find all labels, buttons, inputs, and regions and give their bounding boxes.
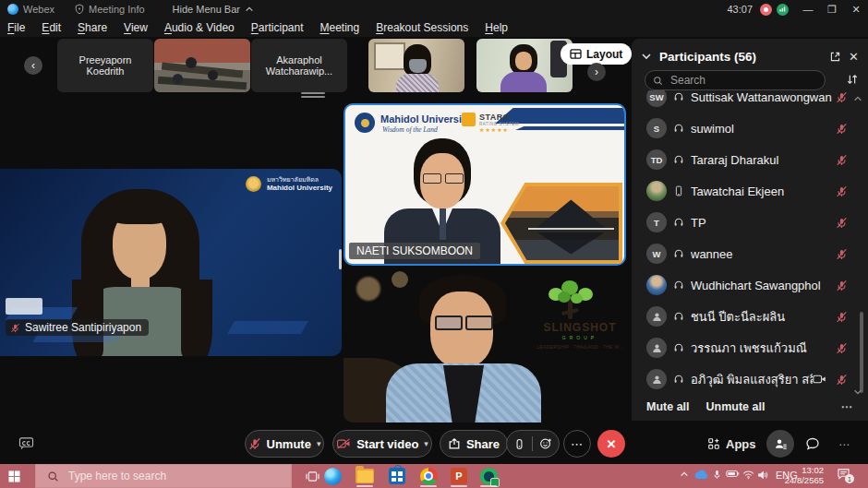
mic-muted-icon[interactable] xyxy=(836,311,848,323)
scroll-down-icon[interactable] xyxy=(853,387,862,397)
filmstrip-resize-handle[interactable] xyxy=(301,92,325,98)
notification-center-icon[interactable]: 1 xyxy=(837,468,850,480)
filmstrip-tile-named[interactable]: Preeyaporn Koedrith xyxy=(57,39,153,92)
menu-file[interactable]: File xyxy=(7,21,25,34)
chat-button[interactable] xyxy=(805,436,820,451)
participants-search[interactable] xyxy=(645,70,826,90)
start-button[interactable] xyxy=(8,470,20,482)
chevron-down-icon[interactable]: ▾ xyxy=(424,439,428,448)
chrome-taskbar-icon[interactable] xyxy=(417,466,440,486)
maximize-button[interactable]: ❐ xyxy=(820,4,844,16)
panel-more-options-icon[interactable]: ⋯ xyxy=(841,399,854,413)
task-view-button[interactable] xyxy=(301,466,323,486)
menu-edit[interactable]: Edit xyxy=(42,21,61,34)
filmstrip-next-button[interactable]: › xyxy=(587,63,606,81)
menu-help[interactable]: Help xyxy=(485,21,508,34)
woman-purple-video xyxy=(476,39,573,92)
participant-row[interactable]: SWSuttisak Wattanawongwan xyxy=(632,90,861,113)
mic-muted-icon[interactable] xyxy=(836,374,848,386)
speaker-icon[interactable] xyxy=(757,470,769,481)
filmstrip-previous-button[interactable]: ‹ xyxy=(24,56,42,75)
mute-all-button[interactable]: Mute all xyxy=(646,400,690,413)
mic-muted-icon[interactable] xyxy=(836,123,848,135)
recording-indicator-icon[interactable] xyxy=(760,4,772,16)
meeting-info-button[interactable]: Meeting Info xyxy=(75,4,145,15)
connection-quality-icon[interactable] xyxy=(777,4,789,16)
stage-scrollbar[interactable] xyxy=(339,249,342,269)
filmstrip-tile-video-meeting-room[interactable] xyxy=(154,39,250,92)
participant-row[interactable]: Ssuwimol xyxy=(632,113,861,144)
onedrive-icon[interactable] xyxy=(694,470,709,480)
edge-taskbar-icon[interactable] xyxy=(321,466,344,486)
video-overlay-card xyxy=(6,298,42,315)
mic-muted-icon[interactable] xyxy=(836,217,848,229)
taskbar-search-input[interactable] xyxy=(66,469,273,483)
powerpoint-taskbar-icon[interactable]: P xyxy=(448,466,470,486)
start-video-button[interactable]: Start video ▾ xyxy=(332,430,432,458)
menu-breakout-sessions[interactable]: Breakout Sessions xyxy=(376,21,468,34)
unmute-button[interactable]: Unmute ▾ xyxy=(245,430,324,458)
meeting-info-label: Meeting Info xyxy=(89,4,145,15)
panel-options-more-icon[interactable]: ⋯ xyxy=(838,438,850,451)
minimize-button[interactable]: — xyxy=(796,4,820,15)
share-button[interactable]: Share xyxy=(440,430,508,458)
mic-muted-icon[interactable] xyxy=(836,342,848,354)
taskbar-search[interactable] xyxy=(35,464,292,488)
participant-row[interactable]: Tawatchai Ekjeen xyxy=(632,175,861,207)
store-taskbar-icon[interactable] xyxy=(386,466,408,486)
search-input[interactable] xyxy=(669,73,802,88)
participants-scrollbar-thumb[interactable] xyxy=(860,312,863,393)
tray-expand-chevron-icon[interactable] xyxy=(680,470,689,479)
mic-muted-icon[interactable] xyxy=(836,154,848,166)
video-tile-speaker[interactable]: SLINGSHOT GROUP LEADERSHIP · THAILAND · … xyxy=(344,268,626,423)
video-tile-naeti-active-speaker[interactable]: Mahidol University Wisdom of the Land ST… xyxy=(344,103,626,266)
camera-on-icon[interactable] xyxy=(813,375,826,384)
participants-toggle-button[interactable] xyxy=(766,430,794,458)
chevron-up-icon xyxy=(245,5,254,14)
participant-row[interactable]: อภิวุฒิ พิมลแสงสุริยา สลิง... xyxy=(632,363,861,395)
tray-microphone-icon[interactable] xyxy=(712,470,722,480)
more-options-button[interactable]: ⋯ xyxy=(563,430,591,458)
participant-row[interactable]: TTP xyxy=(632,207,861,238)
file-explorer-taskbar-icon[interactable] xyxy=(354,466,376,486)
panel-close-icon[interactable]: ✕ xyxy=(849,50,859,64)
video-tile-sawitree[interactable]: มหาวิทยาลัยมหิดล Mahidol University Sawi… xyxy=(0,169,342,356)
apps-button[interactable]: Apps xyxy=(707,430,756,458)
layout-button[interactable]: Layout xyxy=(561,43,632,65)
participant-row[interactable]: ชนนี ปีตะนีละผลิน xyxy=(632,301,861,332)
leave-meeting-button[interactable]: ✕ xyxy=(597,430,625,458)
mic-muted-icon[interactable] xyxy=(836,248,848,260)
menu-meeting[interactable]: Meeting xyxy=(320,21,360,34)
participant-row[interactable]: Wwannee xyxy=(632,238,861,269)
menu-share[interactable]: Share xyxy=(78,21,107,34)
reactions-button[interactable] xyxy=(533,437,559,450)
taskbar-clock[interactable]: 13:02 24/8/2565 xyxy=(785,466,824,485)
headset-icon xyxy=(673,374,684,385)
filmstrip-tile-video-woman-purple[interactable] xyxy=(476,39,573,92)
mic-muted-icon[interactable] xyxy=(836,280,848,292)
menu-audio-video[interactable]: Audio & Video xyxy=(164,21,235,34)
mic-muted-icon[interactable] xyxy=(836,91,848,103)
scroll-up-icon[interactable] xyxy=(853,94,862,103)
participant-row[interactable]: วรรณภา เพชรแก้วมณี xyxy=(632,332,861,363)
panel-collapse-chevron-icon[interactable] xyxy=(641,51,652,62)
participant-row[interactable]: TDTararaj Dharakul xyxy=(632,144,861,175)
hide-menu-bar-button[interactable]: Hide Menu Bar xyxy=(173,4,254,15)
menu-view[interactable]: View xyxy=(124,21,148,34)
wifi-icon[interactable] xyxy=(742,470,754,480)
hide-menu-bar-label: Hide Menu Bar xyxy=(173,4,240,15)
menu-participant[interactable]: Participant xyxy=(251,21,304,34)
chevron-down-icon[interactable]: ▾ xyxy=(317,439,321,448)
filmstrip-tile-video-masked-woman[interactable] xyxy=(368,39,464,92)
sort-icon[interactable] xyxy=(846,73,859,86)
battery-icon[interactable] xyxy=(726,470,740,478)
close-window-button[interactable]: ✕ xyxy=(844,4,868,16)
filmstrip-tile-named[interactable]: Akaraphol Watcharawip... xyxy=(251,39,347,92)
unmute-all-button[interactable]: Unmute all xyxy=(706,400,766,413)
record-button[interactable] xyxy=(507,438,532,450)
participant-row[interactable]: Wudhichart Sawangphol xyxy=(632,269,861,301)
closed-captions-icon[interactable] xyxy=(18,436,34,450)
webex-taskbar-icon[interactable] xyxy=(477,466,500,486)
pop-out-icon[interactable] xyxy=(829,51,841,63)
mic-muted-icon[interactable] xyxy=(836,185,848,197)
